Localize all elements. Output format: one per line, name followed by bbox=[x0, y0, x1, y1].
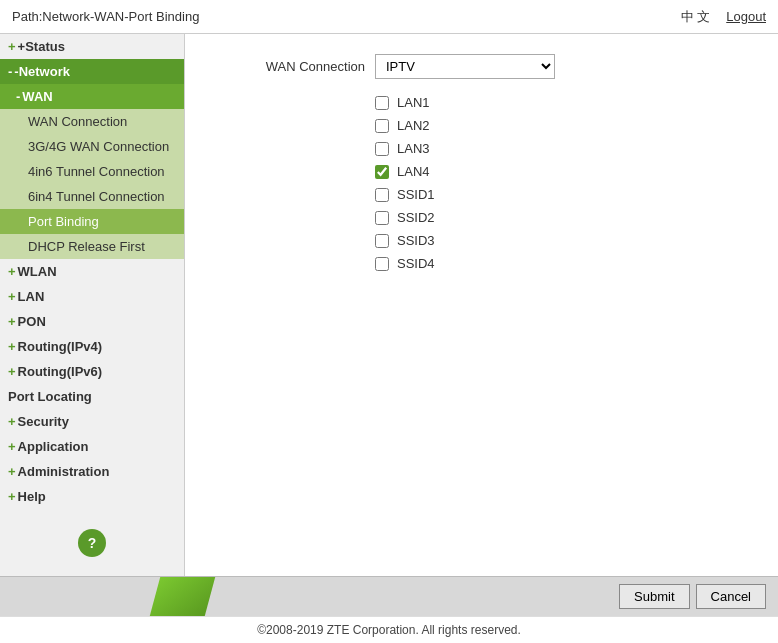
plus-icon: + bbox=[8, 414, 16, 429]
plus-icon: + bbox=[8, 489, 16, 504]
sidebar: ++Status --Network -WAN WAN Connection 3… bbox=[0, 34, 185, 576]
lan4-label: LAN4 bbox=[397, 164, 430, 179]
sidebar-item-3g4g[interactable]: 3G/4G WAN Connection bbox=[0, 134, 184, 159]
sidebar-item-status[interactable]: ++Status bbox=[0, 34, 184, 59]
green-decoration bbox=[150, 577, 215, 616]
sidebar-item-routing-ipv4[interactable]: +Routing(IPv4) bbox=[0, 334, 184, 359]
sidebar-item-port-binding[interactable]: Port Binding bbox=[0, 209, 184, 234]
ssid2-label: SSID2 bbox=[397, 210, 435, 225]
plus-icon: + bbox=[8, 464, 16, 479]
sidebar-item-security[interactable]: +Security bbox=[0, 409, 184, 434]
sidebar-item-port-locating[interactable]: Port Locating bbox=[0, 384, 184, 409]
sidebar-item-pon[interactable]: +PON bbox=[0, 309, 184, 334]
lan2-label: LAN2 bbox=[397, 118, 430, 133]
checkbox-ssid2: SSID2 bbox=[375, 210, 758, 225]
ssid3-label: SSID3 bbox=[397, 233, 435, 248]
ssid3-checkbox[interactable] bbox=[375, 234, 389, 248]
main-area: ++Status --Network -WAN WAN Connection 3… bbox=[0, 34, 778, 576]
sidebar-item-administration[interactable]: +Administration bbox=[0, 459, 184, 484]
checkbox-lan2: LAN2 bbox=[375, 118, 758, 133]
submit-button[interactable]: Submit bbox=[619, 584, 689, 609]
copyright-text: ©2008-2019 ZTE Corporation. All rights r… bbox=[257, 623, 521, 637]
top-right-controls: 中 文 Logout bbox=[681, 8, 766, 26]
bottom-strip: Submit Cancel bbox=[0, 576, 778, 616]
plus-icon: + bbox=[8, 39, 16, 54]
plus-icon: + bbox=[8, 364, 16, 379]
sidebar-item-network[interactable]: --Network bbox=[0, 59, 184, 84]
sidebar-item-routing-ipv6[interactable]: +Routing(IPv6) bbox=[0, 359, 184, 384]
sidebar-item-dhcp-release[interactable]: DHCP Release First bbox=[0, 234, 184, 259]
sidebar-item-wan[interactable]: -WAN bbox=[0, 84, 184, 109]
checkbox-ssid3: SSID3 bbox=[375, 233, 758, 248]
lan4-checkbox[interactable] bbox=[375, 165, 389, 179]
plus-icon: + bbox=[8, 289, 16, 304]
plus-icon: + bbox=[8, 264, 16, 279]
sidebar-item-4in6[interactable]: 4in6 Tunnel Connection bbox=[0, 159, 184, 184]
top-bar: Path:Network-WAN-Port Binding 中 文 Logout bbox=[0, 0, 778, 34]
plus-icon: + bbox=[8, 439, 16, 454]
footer: ©2008-2019 ZTE Corporation. All rights r… bbox=[0, 616, 778, 643]
ssid1-label: SSID1 bbox=[397, 187, 435, 202]
content-area: WAN Connection IPTV WAN1 WAN2 WAN3 LAN1 … bbox=[185, 34, 778, 576]
minus-icon: - bbox=[16, 89, 20, 104]
sidebar-item-wan-connection[interactable]: WAN Connection bbox=[0, 109, 184, 134]
plus-icon: + bbox=[8, 314, 16, 329]
ssid4-label: SSID4 bbox=[397, 256, 435, 271]
ssid4-checkbox[interactable] bbox=[375, 257, 389, 271]
checkbox-lan3: LAN3 bbox=[375, 141, 758, 156]
wan-connection-row: WAN Connection IPTV WAN1 WAN2 WAN3 bbox=[205, 54, 758, 79]
help-button[interactable]: ? bbox=[78, 529, 106, 557]
sidebar-item-lan[interactable]: +LAN bbox=[0, 284, 184, 309]
logout-link[interactable]: Logout bbox=[726, 9, 766, 24]
sidebar-item-application[interactable]: +Application bbox=[0, 434, 184, 459]
lan1-label: LAN1 bbox=[397, 95, 430, 110]
lan1-checkbox[interactable] bbox=[375, 96, 389, 110]
lan3-checkbox[interactable] bbox=[375, 142, 389, 156]
sidebar-item-wlan[interactable]: +WLAN bbox=[0, 259, 184, 284]
wan-connection-label: WAN Connection bbox=[205, 59, 365, 74]
ssid1-checkbox[interactable] bbox=[375, 188, 389, 202]
checkbox-ssid4: SSID4 bbox=[375, 256, 758, 271]
minus-icon: - bbox=[8, 64, 12, 79]
wan-connection-select[interactable]: IPTV WAN1 WAN2 WAN3 bbox=[375, 54, 555, 79]
lan3-label: LAN3 bbox=[397, 141, 430, 156]
sidebar-item-6in4[interactable]: 6in4 Tunnel Connection bbox=[0, 184, 184, 209]
cancel-button[interactable]: Cancel bbox=[696, 584, 766, 609]
breadcrumb: Path:Network-WAN-Port Binding bbox=[12, 9, 199, 24]
checkbox-lan4: LAN4 bbox=[375, 164, 758, 179]
checkbox-lan1: LAN1 bbox=[375, 95, 758, 110]
ssid2-checkbox[interactable] bbox=[375, 211, 389, 225]
port-binding-checkboxes: LAN1 LAN2 LAN3 LAN4 SSID1 bbox=[375, 95, 758, 271]
lan2-checkbox[interactable] bbox=[375, 119, 389, 133]
sidebar-item-help[interactable]: +Help bbox=[0, 484, 184, 509]
plus-icon: + bbox=[8, 339, 16, 354]
checkbox-ssid1: SSID1 bbox=[375, 187, 758, 202]
language-link[interactable]: 中 文 bbox=[681, 8, 711, 26]
